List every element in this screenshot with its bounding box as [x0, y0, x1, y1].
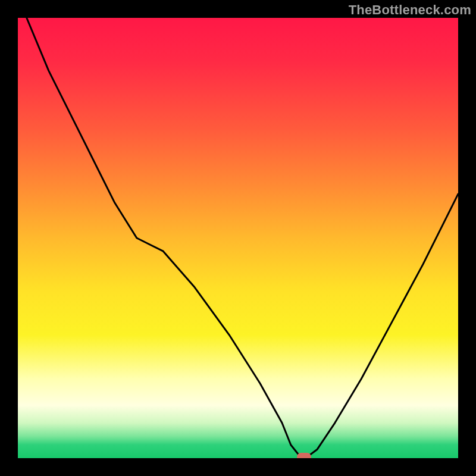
chart-frame: TheBottleneck.com — [0, 0, 476, 476]
curve-path — [27, 18, 458, 456]
bottleneck-curve — [18, 18, 458, 458]
optimal-marker — [297, 453, 311, 458]
plot-area — [18, 18, 458, 458]
watermark-text: TheBottleneck.com — [349, 2, 471, 18]
